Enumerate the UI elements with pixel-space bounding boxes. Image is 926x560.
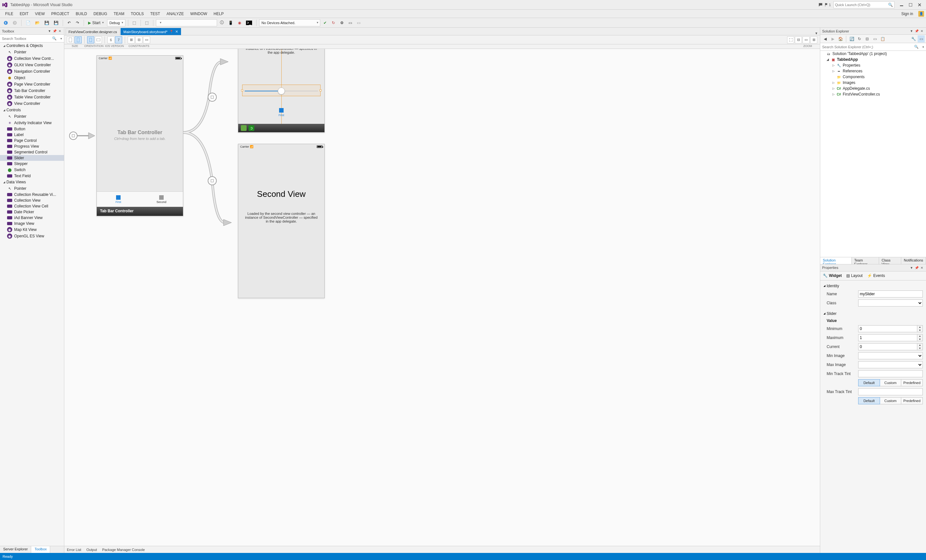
menu-analyze[interactable]: ANALYZE	[163, 10, 187, 17]
tab-pmc[interactable]: Package Manager Console	[102, 548, 145, 552]
zoom-100[interactable]: ▭	[802, 36, 809, 44]
pin-icon[interactable]: 📌	[914, 29, 919, 33]
toolbox-item[interactable]: Progress View	[0, 144, 64, 149]
max-track-input[interactable]	[858, 388, 923, 395]
toolbox-item[interactable]: Image View	[0, 221, 64, 227]
zoom-out[interactable]: ⊟	[795, 36, 802, 44]
dock-icon-2[interactable]: ➲	[248, 125, 254, 131]
pin-icon[interactable]: 📌	[914, 265, 919, 270]
devices-dropdown[interactable]: No Devices Attached.▼	[259, 19, 320, 26]
tab-server-explorer[interactable]: Server Explorer	[0, 546, 31, 553]
toolbar-icon-2[interactable]: ⬚	[144, 19, 150, 26]
device-icon-2[interactable]: ◉	[236, 19, 243, 26]
btn-default[interactable]: Default	[858, 379, 880, 386]
panel-dropdown-icon[interactable]: ▼	[909, 265, 914, 270]
constraint-btn-3[interactable]: ▭	[143, 36, 150, 44]
quick-launch[interactable]: 🔍	[834, 1, 894, 8]
toolbox-item[interactable]: ◉Map Kit View	[0, 227, 64, 233]
ios-version-7[interactable]: 7	[115, 36, 122, 44]
toolbox-item[interactable]: ↖Pointer	[0, 113, 64, 120]
toolbox-item[interactable]: Page Control	[0, 138, 64, 144]
collapse-icon[interactable]: ⊟	[864, 35, 871, 42]
current-stepper[interactable]: ▲▼	[858, 343, 923, 350]
refresh-icon[interactable]: ↻	[856, 35, 863, 42]
toolbox-item[interactable]: Collection Reusable Vi...	[0, 192, 64, 197]
step-up-icon[interactable]: ▲	[917, 334, 923, 338]
doc-tab-firstviewcontroller[interactable]: FirstViewController.designer.cs	[66, 28, 120, 35]
menu-test[interactable]: TEST	[147, 10, 163, 17]
menu-file[interactable]: FILE	[2, 10, 17, 17]
btn-predefined[interactable]: Predefined	[901, 397, 923, 404]
constraint-btn-2[interactable]: ⊟	[135, 36, 142, 44]
close-icon[interactable]: ✕	[57, 29, 62, 33]
toolbox-item[interactable]: Stepper	[0, 161, 64, 166]
images-node[interactable]: ▷📁Images	[820, 80, 926, 86]
slider-control[interactable]	[245, 88, 318, 94]
maximum-stepper[interactable]: ▲▼	[858, 334, 923, 341]
step-down-icon[interactable]: ▼	[917, 347, 923, 350]
tab-error-list[interactable]: Error List	[67, 548, 81, 552]
tab-widget[interactable]: 🔧Widget	[823, 272, 842, 279]
solution-node[interactable]: 🗂Solution 'TabbedApp' (1 project)	[820, 51, 926, 57]
toolbox-item[interactable]: Date Picker	[0, 209, 64, 215]
dropdown-icon[interactable]: ▾	[920, 45, 926, 48]
project-node[interactable]: ◢▣TabbedApp	[820, 57, 926, 62]
menu-debug[interactable]: DEBUG	[90, 10, 110, 17]
tab-class-view[interactable]: Class View	[879, 257, 901, 264]
new-project-button[interactable]: 📄	[24, 19, 32, 26]
slider-section[interactable]: ◢Slider	[823, 310, 923, 317]
toolbox-group[interactable]: ◢Data Views	[0, 179, 64, 185]
minimize-button[interactable]	[897, 1, 906, 8]
tab-first[interactable]: First	[97, 192, 140, 207]
toolbox-item[interactable]: ◉Collection View Contr...	[0, 55, 64, 62]
min-track-input[interactable]	[858, 370, 923, 377]
save-all-button[interactable]: 💾	[52, 19, 60, 26]
tab-solution-explorer[interactable]: Solution Explorer	[820, 257, 852, 264]
pin-icon[interactable]: 📍	[169, 30, 173, 33]
notification-flag[interactable]: 1	[825, 3, 831, 7]
solution-search-input[interactable]	[820, 45, 912, 49]
nav-back-button[interactable]	[2, 19, 10, 26]
refresh-icon[interactable]: ↻	[330, 19, 337, 26]
avatar-icon[interactable]: 👤	[918, 11, 924, 17]
minimum-stepper[interactable]: ▲▼	[858, 325, 923, 332]
toolbox-item[interactable]: ◉View Controller	[0, 100, 64, 107]
toolbox-item[interactable]: ✳Activity Indicator View	[0, 120, 64, 126]
device-icon-1[interactable]: 📱	[227, 19, 235, 26]
layout-icon-1[interactable]: ▭	[346, 19, 354, 26]
start-button[interactable]: ▶ Start ▼	[86, 19, 106, 26]
class-select[interactable]	[858, 300, 923, 307]
menu-project[interactable]: PROJECT	[48, 10, 72, 17]
menu-help[interactable]: HELP	[210, 10, 227, 17]
layout-icon-2[interactable]: ▭	[355, 19, 362, 26]
undo-button[interactable]: ↶	[66, 19, 73, 26]
menu-view[interactable]: VIEW	[32, 10, 48, 17]
feedback-icon[interactable]	[817, 1, 825, 9]
pin-icon[interactable]: 📌	[52, 29, 57, 33]
menu-edit[interactable]: EDIT	[17, 10, 32, 17]
zoom-fit[interactable]: ⛶	[787, 36, 794, 44]
toolbox-item[interactable]: Collection View	[0, 197, 64, 203]
size-btn-1[interactable]	[67, 36, 74, 44]
toolbox-item[interactable]: Label	[0, 132, 64, 138]
config-dropdown[interactable]: Debug▼	[107, 19, 125, 26]
close-icon[interactable]: ✕	[920, 29, 924, 33]
tab-output[interactable]: Output	[86, 548, 97, 552]
toolbox-item[interactable]: ⬤Switch	[0, 166, 64, 173]
toolbox-item[interactable]: ◉OpenGL ES View	[0, 233, 64, 239]
toolbar-icon-1[interactable]: ⬚	[131, 19, 138, 26]
btn-predefined[interactable]: Predefined	[901, 379, 923, 386]
info-icon[interactable]: ⓘ	[218, 19, 225, 26]
back-icon[interactable]: ◀	[822, 35, 829, 42]
toolbox-item[interactable]: Segmented Control	[0, 149, 64, 155]
panel-dropdown-icon[interactable]: ▼	[47, 29, 52, 33]
toolbox-item[interactable]: ⬣Object	[0, 75, 64, 81]
step-up-icon[interactable]: ▲	[917, 325, 923, 329]
close-tab-icon[interactable]: ✕	[175, 30, 178, 34]
toolbox-item[interactable]: ◉Page View Controller	[0, 81, 64, 88]
second-view-scene[interactable]: Carrier 📶 Second View Loaded by the seco…	[238, 144, 325, 298]
properties-node[interactable]: ▷🔧Properties	[820, 62, 926, 68]
toolbox-item[interactable]: ◉Navigation Controller	[0, 68, 64, 75]
orientation-landscape[interactable]	[95, 36, 102, 44]
step-down-icon[interactable]: ▼	[917, 338, 923, 341]
